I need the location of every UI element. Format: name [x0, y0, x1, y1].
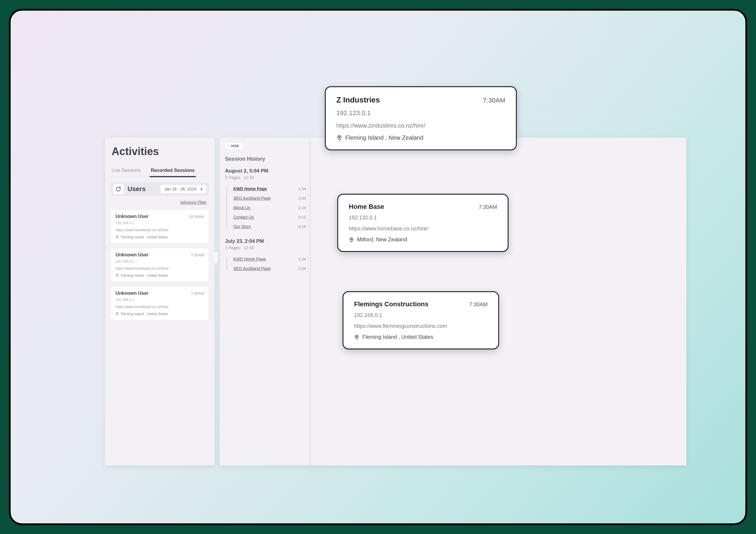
tab-live-sessions[interactable]: Live Sessions	[110, 165, 142, 176]
session-name: Unknown User	[116, 291, 148, 296]
sessions-tabs: Live Sessions Recorded Sessions	[110, 165, 209, 177]
session-location: Fleming Island , United States	[121, 235, 168, 239]
session-history-title: Session History	[225, 156, 306, 162]
visitor-name: Z Industries	[337, 95, 380, 105]
session-location: Fleming Island , United States	[121, 274, 168, 278]
svg-point-5	[356, 336, 357, 337]
session-card[interactable]: Unknown User 7:30AM 192.168.0.1 https://…	[110, 286, 209, 320]
activities-panel: Activities Live Sessions Recorded Sessio…	[105, 138, 214, 466]
svg-point-4	[351, 238, 352, 240]
history-page-link: KWD Home Page	[233, 186, 299, 191]
visitor-location: Milford, New Zealand	[357, 237, 407, 243]
history-duration: 0:15	[299, 225, 306, 229]
session-location: Fleming Island , United States	[121, 312, 168, 316]
history-page-link: SEO Auckland Page	[233, 266, 299, 271]
history-duration: 3:34	[299, 266, 306, 271]
visitor-time: 7:30AM	[479, 204, 497, 210]
session-url: https://www.homebase.co.nz/hire/	[116, 266, 204, 271]
visitor-name: Home Base	[349, 203, 384, 211]
visitor-time: 7:30AM	[483, 96, 505, 104]
history-item[interactable]: Our Story0:15	[226, 222, 306, 231]
visitor-url: https://www.homebase.co.nz/hire/	[349, 226, 497, 232]
history-page-link: Contact Us	[233, 215, 299, 220]
session-time: 10:30AM	[189, 214, 204, 219]
history-page-link: SEO Auckland Page	[233, 196, 299, 200]
location-pin-icon	[116, 235, 119, 239]
timeline-dot-icon	[226, 216, 228, 218]
location-pin-icon	[116, 312, 119, 316]
history-group: KWD Home Page1:34 SEO Auckland Page3:34	[226, 254, 306, 273]
location-pin-icon	[354, 334, 359, 340]
location-pin-icon	[337, 135, 342, 141]
tab-recorded-sessions[interactable]: Recorded Sessions	[150, 165, 196, 177]
hide-panel-button[interactable]: ‹ HIDE	[225, 143, 243, 149]
activities-title: Activities	[110, 145, 209, 158]
refresh-icon	[116, 186, 121, 192]
history-item[interactable]: SEO Auckland Page3:34	[226, 264, 306, 273]
history-page-link: About Us	[233, 205, 299, 210]
timeline-dot-icon	[226, 226, 228, 228]
visitor-location: Fleming Island , United States	[362, 334, 433, 340]
svg-point-0	[117, 236, 118, 237]
visitor-ip: 192.123.0.1	[337, 109, 505, 117]
visitor-card[interactable]: Home Base7:30AM 192.132.0.1 https://www.…	[337, 194, 508, 252]
chevron-left-icon: ‹	[228, 144, 229, 148]
session-time: 7:30AM	[191, 291, 204, 296]
location-pin-icon	[116, 274, 119, 277]
svg-point-3	[339, 136, 340, 138]
timeline-dot-icon	[226, 267, 228, 270]
history-item[interactable]: Contact Us0:12	[226, 212, 306, 222]
svg-point-2	[117, 313, 118, 314]
visitor-card[interactable]: Flemings Constructions7:30AM 192.168.0.1…	[342, 291, 499, 349]
chevron-left-icon: ‹	[215, 255, 217, 260]
history-group: KWD Home Page1:34 SEO Auckland Page3:34 …	[226, 184, 306, 231]
visitor-ip: 192.168.0.1	[354, 312, 488, 318]
history-duration: 1:34	[299, 187, 306, 191]
timeline-dot-icon	[226, 188, 228, 190]
location-pin-icon	[349, 237, 354, 243]
history-duration: 1:34	[299, 257, 306, 261]
advance-filter-link[interactable]: Advance Filter	[110, 198, 209, 209]
history-page-link: KWD Home Page	[233, 257, 299, 261]
session-name: Unknown User	[116, 252, 148, 257]
hide-label: HIDE	[231, 144, 239, 148]
users-label: Users	[127, 185, 146, 193]
svg-point-1	[117, 275, 118, 276]
visitor-name: Flemings Constructions	[354, 300, 428, 308]
visitor-card[interactable]: Z Industries7:30AM 192.123.0.1 https://w…	[325, 86, 517, 150]
history-duration: 2:24	[299, 205, 306, 210]
session-card[interactable]: Unknown User 7:30AM 192.168.0.1 https://…	[110, 248, 209, 282]
panel-collapse-handle[interactable]: ‹	[214, 252, 218, 263]
timeline-dot-icon	[226, 206, 228, 209]
history-item[interactable]: KWD Home Page1:34	[226, 254, 306, 264]
visitor-ip: 192.132.0.1	[349, 215, 497, 221]
history-summary: 5 Pages · 12:34	[225, 175, 306, 180]
history-duration: 3:34	[299, 196, 306, 200]
chevron-down-icon: ▾	[201, 187, 202, 191]
session-ip: 192.168.0.1	[116, 298, 204, 302]
visitor-url: https://www.flemmingconstructions.com	[354, 323, 488, 329]
history-duration: 0:12	[299, 215, 306, 220]
session-url: https://www.homebase.co.nz/hire/	[116, 228, 204, 232]
session-url: https://www.homebase.co.nz/hire/	[116, 305, 204, 309]
session-history-panel: ‹ HIDE Session History August 2, 5:04 PM…	[220, 138, 311, 466]
date-range-picker[interactable]: Jan 18 - 26, 2024 ▾	[161, 185, 206, 193]
history-date: July 23, 2:04 PM	[225, 238, 306, 244]
history-summary: 2 Pages · 12:34	[225, 246, 306, 250]
session-card[interactable]: Unknown User 10:30AM 192.168.0.1 https:/…	[110, 209, 209, 244]
history-page-link: Our Story	[233, 224, 299, 229]
timeline-dot-icon	[226, 197, 228, 200]
visitor-location: Fleming Island , New Zealand	[345, 134, 423, 141]
date-range-value: Jan 18 - 26, 2024	[164, 187, 196, 191]
session-time: 7:30AM	[191, 253, 204, 257]
refresh-button[interactable]	[113, 184, 123, 194]
session-ip: 192.168.0.1	[116, 259, 204, 263]
history-item[interactable]: About Us2:24	[226, 203, 306, 212]
users-filter-bar: Users Jan 18 - 26, 2024 ▾	[110, 182, 209, 196]
visitor-url: https://www.zindustires.co.nz/hire/	[337, 122, 505, 129]
timeline-dot-icon	[226, 258, 228, 260]
history-item[interactable]: KWD Home Page1:34	[226, 184, 306, 194]
session-name: Unknown User	[116, 214, 148, 219]
history-item[interactable]: SEO Auckland Page3:34	[226, 194, 306, 203]
visitor-time: 7:30AM	[469, 302, 488, 308]
